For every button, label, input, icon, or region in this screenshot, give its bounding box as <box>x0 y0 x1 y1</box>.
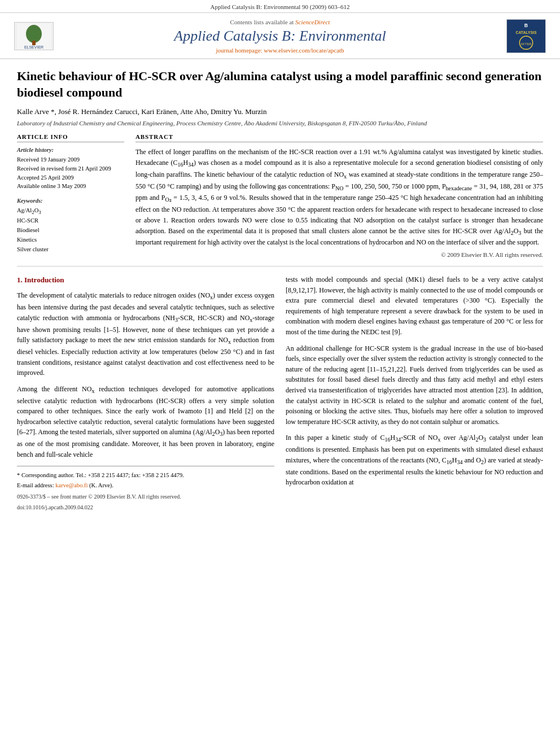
keyword-5: Silver cluster <box>17 245 124 255</box>
intro-section-title: 1. Introduction <box>17 274 274 286</box>
sciencedirect-prefix: Contents lists available at <box>230 19 295 25</box>
article-info-abstract-row: ARTICLE INFO Article history: Received 1… <box>17 133 543 258</box>
journal-citation-text: Applied Catalysis B: Environmental 90 (2… <box>211 3 350 10</box>
body-right-paragraph-3: In this paper a kinetic study of C16H34-… <box>286 433 543 488</box>
svg-rect-2 <box>32 41 36 45</box>
authors-text: Kalle Arve *, José R. Hernández Carucci,… <box>17 107 266 116</box>
body-columns: 1. Introduction The development of catal… <box>17 274 543 512</box>
sciencedirect-line: Contents lists available at ScienceDirec… <box>56 19 504 25</box>
keyword-2: HC-SCR <box>17 216 124 226</box>
homepage-url[interactable]: www.elsevier.com/locate/apcatb <box>264 47 344 54</box>
sciencedirect-link[interactable]: ScienceDirect <box>295 19 330 25</box>
journal-citation-bar: Applied Catalysis B: Environmental 90 (2… <box>0 0 560 13</box>
keywords-section: Keywords: Ag/Al2O3 HC-SCR Biodiesel Kine… <box>17 198 124 254</box>
affiliation-text: Laboratory of Industrial Chemistry and C… <box>17 120 543 126</box>
body-right-paragraph-1: tests with model compounds and special (… <box>286 274 543 338</box>
keyword-4: Kinetics <box>17 235 124 245</box>
keywords-label: Keywords: <box>17 198 124 204</box>
received2: Received in revised form 21 April 2009 <box>17 164 124 173</box>
abstract-header: ABSTRACT <box>135 133 543 142</box>
journal-header: ELSEVIER Contents lists available at Sci… <box>0 13 560 59</box>
article-title: Kinetic behaviour of HC-SCR over Ag/alum… <box>17 68 543 101</box>
abstract-text: The effect of longer paraffins on the me… <box>135 147 543 248</box>
footnote-email: E-mail address: karve@abo.fi (K. Arve). <box>17 481 274 490</box>
section-title-text: Introduction <box>24 276 64 284</box>
svg-text:AFTER: AFTER <box>520 42 531 46</box>
svg-point-1 <box>26 25 42 43</box>
intro-paragraph-2: Among the different NOx reduction techni… <box>17 384 274 460</box>
body-right-paragraph-2: An additional challenge for HC-SCR syste… <box>286 343 543 427</box>
journal-title: Applied Catalysis B: Environmental <box>56 28 504 45</box>
journal-homepage: journal homepage: www.elsevier.com/locat… <box>56 47 504 54</box>
copyright-text: © 2009 Elsevier B.V. All rights reserved… <box>135 251 543 258</box>
body-left-column: 1. Introduction The development of catal… <box>17 274 274 512</box>
footnotes: * Corresponding author. Tel.: +358 2 215… <box>17 466 274 512</box>
doi-line[interactable]: doi:10.1016/j.apcatb.2009.04.022 <box>17 503 274 512</box>
section-divider <box>17 266 543 267</box>
page-wrapper: Applied Catalysis B: Environmental 90 (2… <box>0 0 560 523</box>
available-online: Available online 3 May 2009 <box>17 182 124 191</box>
received1: Received 19 January 2009 <box>17 155 124 164</box>
issn-line: 0926-3373/$ – see front matter © 2009 El… <box>17 492 274 501</box>
email-link[interactable]: karve@abo.fi <box>55 482 88 488</box>
main-content: Kinetic behaviour of HC-SCR over Ag/alum… <box>0 59 560 523</box>
keyword-1: Ag/Al2O3 <box>17 206 124 216</box>
intro-paragraph-1: The development of catalytic materials t… <box>17 290 274 378</box>
homepage-prefix: journal homepage: <box>216 47 264 54</box>
svg-text:ELSEVIER: ELSEVIER <box>24 45 43 49</box>
section-number: 1. <box>17 276 23 284</box>
body-right-column: tests with model compounds and special (… <box>286 274 543 512</box>
article-info-header: ARTICLE INFO <box>17 133 124 142</box>
svg-text:CATALYSIS: CATALYSIS <box>516 30 537 34</box>
elsevier-logo: ELSEVIER <box>11 22 56 50</box>
abstract-column: ABSTRACT The effect of longer paraffins … <box>135 133 543 258</box>
authors-line: Kalle Arve *, José R. Hernández Carucci,… <box>17 107 543 116</box>
journal-header-center: Contents lists available at ScienceDirec… <box>56 19 504 54</box>
accepted: Accepted 25 April 2009 <box>17 173 124 182</box>
article-info-column: ARTICLE INFO Article history: Received 1… <box>17 133 124 258</box>
history-label: Article history: <box>17 147 124 153</box>
elsevier-logo-image: ELSEVIER <box>14 22 54 50</box>
keyword-3: Biodiesel <box>17 226 124 235</box>
footnote-corresponding: * Corresponding author. Tel.: +358 2 215… <box>17 471 274 480</box>
svg-text:B: B <box>524 23 528 28</box>
catalysis-logo: B CATALYSIS AFTER <box>504 19 549 53</box>
catalysis-logo-image: B CATALYSIS AFTER <box>506 19 546 53</box>
